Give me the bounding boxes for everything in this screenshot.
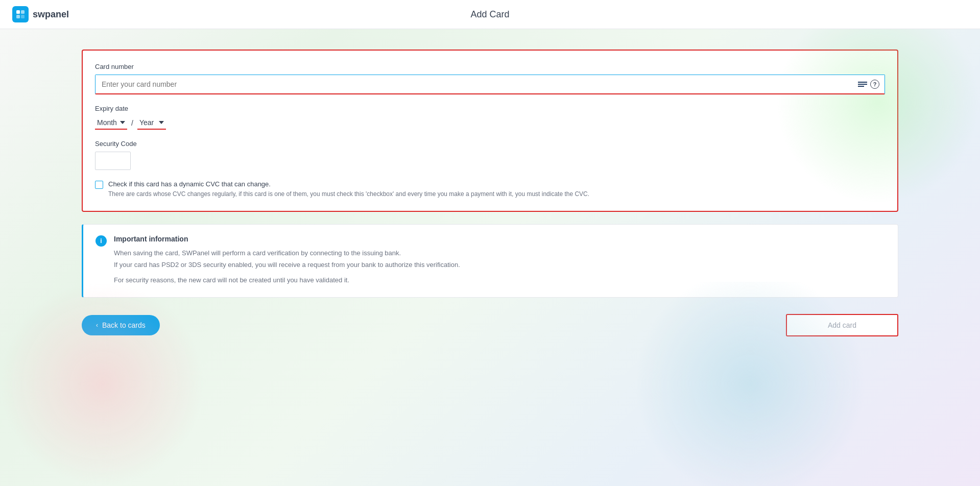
add-card-label: Add card <box>828 321 856 329</box>
page-title: Add Card <box>470 9 509 20</box>
security-code-input[interactable] <box>95 152 131 170</box>
expiry-row: Month 01 02 03 04 05 06 07 08 09 10 11 1… <box>95 116 885 130</box>
info-line1: When saving the card, SWPanel will perfo… <box>114 248 460 258</box>
svg-rect-3 <box>21 15 25 18</box>
main-content: Card number ? Expiry date Month <box>0 29 980 357</box>
logo-area: swpanel <box>12 6 69 22</box>
checkbox-main-text: Check if this card has a dynamic CVC tha… <box>108 180 589 188</box>
expiry-separator: / <box>131 119 133 127</box>
header: swpanel Add Card <box>0 0 980 29</box>
info-title: Important information <box>114 235 460 243</box>
card-number-wrapper: ? <box>95 75 885 94</box>
logo-text: swpanel <box>33 9 69 20</box>
chevron-left-icon: ‹ <box>96 322 98 329</box>
card-lines-icon <box>858 82 867 87</box>
info-line3: For security reasons, the new card will … <box>114 275 460 285</box>
svg-rect-1 <box>21 10 25 14</box>
card-input-icons: ? <box>858 80 879 89</box>
checkbox-sub-text: There are cards whose CVC changes regula… <box>108 190 589 199</box>
card-number-group: Card number ? <box>95 63 885 94</box>
svg-rect-0 <box>16 10 20 14</box>
info-section: i Important information When saving the … <box>82 224 898 298</box>
question-icon: ? <box>870 80 879 89</box>
security-code-group: Security Code <box>95 140 885 170</box>
cvc-checkbox[interactable] <box>95 181 103 189</box>
security-code-label: Security Code <box>95 140 885 148</box>
info-icon: i <box>95 235 107 247</box>
checkbox-text-wrapper: Check if this card has a dynamic CVC tha… <box>108 180 589 199</box>
expiry-date-label: Expiry date <box>95 105 885 112</box>
month-select[interactable]: Month 01 02 03 04 05 06 07 08 09 10 11 1… <box>95 116 127 130</box>
info-line2: If your card has PSD2 or 3DS security en… <box>114 260 460 270</box>
card-form-section: Card number ? Expiry date Month <box>82 50 898 212</box>
add-card-button[interactable]: Add card <box>786 314 898 336</box>
cvc-checkbox-section: Check if this card has a dynamic CVC tha… <box>95 180 885 199</box>
footer-buttons: ‹ Back to cards Add card <box>82 314 898 336</box>
card-number-label: Card number <box>95 63 885 70</box>
expiry-date-group: Expiry date Month 01 02 03 04 05 06 07 0… <box>95 105 885 130</box>
year-select[interactable]: Year 2024 2025 2026 2027 2028 2029 2030 … <box>137 116 166 130</box>
info-content: Important information When saving the ca… <box>114 235 460 287</box>
back-button-label: Back to cards <box>102 321 146 329</box>
logo-icon <box>12 6 29 22</box>
card-number-input[interactable] <box>95 75 885 93</box>
back-to-cards-button[interactable]: ‹ Back to cards <box>82 315 160 335</box>
svg-rect-2 <box>16 15 20 18</box>
